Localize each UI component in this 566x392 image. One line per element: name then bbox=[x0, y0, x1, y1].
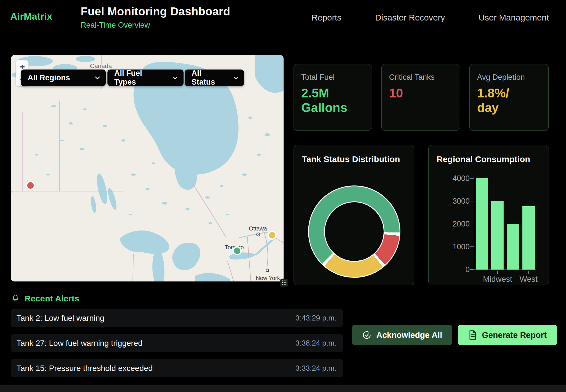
bar bbox=[491, 201, 504, 270]
x-tick-mark bbox=[528, 271, 529, 274]
map-panel[interactable]: Canada Ottawa Toronto New York + − All R… bbox=[11, 55, 284, 281]
alert-time: 3:33:24 p.m. bbox=[295, 364, 337, 373]
bar-plot bbox=[474, 178, 536, 270]
alerts-heading-row: Recent Alerts bbox=[11, 293, 557, 304]
y-tick-label: 2000 bbox=[430, 220, 470, 228]
app-header: AirMatrix Fuel Monitoring Dashboard Real… bbox=[0, 0, 566, 35]
alert-message: Tank 27: Low fuel warning triggered bbox=[17, 339, 142, 348]
alert-row[interactable]: Tank 2: Low fuel warning 3:43:29 p.m. bbox=[11, 309, 343, 327]
y-tick-label: 1000 bbox=[430, 243, 470, 251]
page-subtitle: Real-Time Overview bbox=[81, 21, 230, 30]
map-label-new-york: New York bbox=[256, 275, 280, 281]
alert-row[interactable]: Tank 15: Pressure threshold exceeded 3:3… bbox=[11, 359, 343, 377]
filter-status-value: All Status bbox=[192, 69, 226, 87]
nav-item-disaster-recovery[interactable]: Disaster Recovery bbox=[375, 13, 445, 23]
brand-logo: AirMatrix bbox=[10, 11, 52, 22]
alert-time: 3:38:24 p.m. bbox=[295, 339, 337, 348]
stat-value: 10 bbox=[389, 86, 439, 100]
footer-bar bbox=[0, 385, 566, 392]
button-label: Generate Report bbox=[482, 330, 547, 340]
map-resize-handle[interactable] bbox=[280, 279, 288, 287]
check-circle-icon bbox=[362, 330, 371, 340]
alert-time: 3:43:29 p.m. bbox=[295, 314, 337, 322]
y-tick-mark bbox=[470, 178, 474, 179]
filter-status-select[interactable]: All Status bbox=[185, 70, 244, 86]
bar bbox=[476, 178, 488, 270]
alert-message: Tank 15: Pressure threshold exceeded bbox=[17, 364, 153, 373]
generate-report-button[interactable]: Generate Report bbox=[458, 325, 557, 345]
marker-critical[interactable] bbox=[27, 182, 34, 189]
stat-label: Avg Depletion bbox=[477, 73, 541, 82]
x-tick-label: West bbox=[506, 275, 551, 284]
map-label-canada: Canada bbox=[90, 62, 112, 70]
tank-status-panel: Tank Status Distribution bbox=[294, 145, 414, 285]
regional-consumption-panel: Regional Consumption 01000200030004000Mi… bbox=[428, 145, 549, 285]
stat-card-avg-depletion: Avg Depletion 1.8%/​day bbox=[469, 64, 549, 131]
page-title: Fuel Monitoring Dashboard bbox=[81, 5, 230, 18]
x-axis-line bbox=[471, 270, 536, 270]
panel-title: Tank Status Distribution bbox=[302, 154, 400, 164]
donut-chart-wrap bbox=[308, 185, 400, 278]
marker-normal[interactable] bbox=[233, 247, 241, 255]
y-tick-mark bbox=[470, 224, 474, 224]
chevron-down-icon bbox=[95, 76, 100, 79]
x-tick-mark bbox=[497, 271, 498, 274]
bar bbox=[522, 206, 535, 270]
alert-message: Tank 2: Low fuel warning bbox=[17, 314, 104, 323]
y-tick-label: 3000 bbox=[430, 197, 470, 205]
title-block: Fuel Monitoring Dashboard Real-Time Over… bbox=[81, 5, 230, 30]
map-canvas[interactable]: Canada Ottawa Toronto New York bbox=[11, 55, 284, 281]
donut-hole bbox=[324, 201, 384, 262]
filter-region-value: All Regions bbox=[28, 74, 70, 82]
bar bbox=[507, 224, 519, 270]
marker-warning[interactable] bbox=[268, 232, 276, 239]
y-tick-mark bbox=[470, 246, 474, 247]
stat-card-critical-tanks: Critical Tanks 10 bbox=[381, 64, 460, 131]
map-label-ottawa: Ottawa bbox=[249, 225, 267, 232]
chevron-down-icon bbox=[173, 76, 178, 79]
filter-fuel-type-select[interactable]: All Fuel Types bbox=[107, 70, 184, 86]
y-tick-mark bbox=[470, 269, 474, 270]
y-tick-mark bbox=[470, 201, 474, 201]
nav-item-reports[interactable]: Reports bbox=[311, 13, 341, 23]
panel-title: Regional Consumption bbox=[437, 154, 530, 164]
stat-value: 2.5M Gallons bbox=[301, 86, 351, 115]
filter-fuel-type-value: All Fuel Types bbox=[114, 69, 165, 87]
y-tick-label: 4000 bbox=[430, 174, 470, 182]
stat-value: 1.8%/​day bbox=[477, 86, 527, 115]
nav-item-user-management[interactable]: User Management bbox=[479, 13, 549, 23]
stat-label: Critical Tanks bbox=[389, 73, 452, 82]
drag-dots-icon bbox=[281, 280, 287, 285]
document-icon bbox=[468, 330, 477, 340]
bell-icon bbox=[11, 294, 20, 303]
alert-row[interactable]: Tank 27: Low fuel warning triggered 3:38… bbox=[11, 334, 343, 352]
acknowledge-all-button[interactable]: Acknowledge All bbox=[352, 325, 452, 345]
button-label: Acknowledge All bbox=[376, 330, 442, 340]
filter-region-select[interactable]: All Regions bbox=[21, 70, 106, 86]
stat-label: Total Fuel bbox=[301, 73, 364, 82]
stat-card-total-fuel: Total Fuel 2.5M Gallons bbox=[294, 64, 372, 131]
recent-alerts-section: Recent Alerts Tank 2: Low fuel warning 3… bbox=[11, 293, 557, 304]
main-nav: Reports Disaster Recovery User Managemen… bbox=[311, 0, 549, 35]
alerts-heading: Recent Alerts bbox=[25, 294, 79, 303]
chevron-down-icon bbox=[233, 76, 238, 79]
y-tick-label: 0 bbox=[430, 266, 470, 273]
